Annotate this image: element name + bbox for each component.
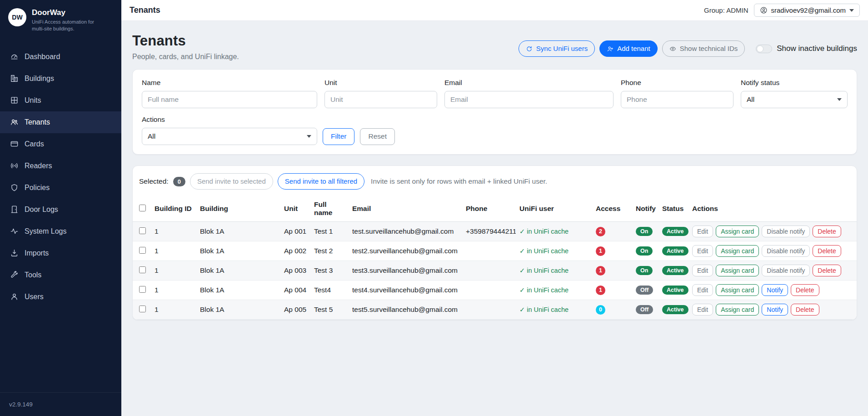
actions-select[interactable]: All: [142, 128, 317, 145]
cell-email: test5.surveillancehub@gmail.com: [349, 300, 462, 320]
check-icon: ✓: [519, 228, 525, 235]
cell-actions: EditAssign cardDisable notifyDelete: [688, 241, 857, 261]
sidebar-item-users[interactable]: Users: [0, 286, 121, 308]
send-invite-filtered-button[interactable]: Send invite to all filtered: [278, 173, 364, 190]
disable-notify-button[interactable]: Disable notify: [762, 265, 810, 276]
group-label: Group: ADMIN: [704, 6, 748, 14]
delete-button[interactable]: Delete: [813, 265, 841, 276]
column-header-unifi-user: UniFi user: [516, 196, 592, 222]
filter-button[interactable]: Filter: [323, 128, 354, 145]
person-plus-icon: [607, 45, 614, 52]
cell-building-id: 1: [151, 241, 196, 261]
edit-button[interactable]: Edit: [692, 226, 713, 237]
row-checkbox[interactable]: [139, 247, 146, 254]
sidebar-item-units[interactable]: Units: [0, 90, 121, 111]
assign-card-button[interactable]: Assign card: [716, 284, 759, 296]
sidebar-item-label: Imports: [25, 249, 49, 257]
delete-button[interactable]: Delete: [791, 284, 819, 296]
sidebar-item-label: Door Logs: [25, 205, 58, 214]
name-filter-input[interactable]: [142, 91, 317, 108]
cell-unit: Ap 003: [280, 261, 310, 281]
column-header-notify: Notify: [632, 196, 658, 222]
access-count-badge: 1: [596, 286, 605, 295]
selected-label: Selected:: [139, 177, 169, 185]
cell-building-id: 1: [151, 222, 196, 241]
sidebar-nav: DashboardBuildingsUnitsTenantsCardsReade…: [0, 41, 121, 392]
tenants-table-panel: Selected: 0 Send invite to selected Send…: [132, 165, 857, 320]
sidebar-item-buildings[interactable]: Buildings: [0, 68, 121, 90]
access-count-badge: 1: [596, 266, 605, 276]
edit-button[interactable]: Edit: [692, 284, 713, 296]
email-filter-input[interactable]: [444, 91, 614, 108]
unit-filter-input[interactable]: [324, 91, 437, 108]
sidebar-item-label: Tenants: [25, 118, 50, 126]
buildings-icon: [10, 74, 19, 83]
show-technical-ids-button[interactable]: Show technical IDs: [662, 40, 745, 57]
sidebar-item-policies[interactable]: Policies: [0, 177, 121, 199]
edit-button[interactable]: Edit: [692, 265, 713, 276]
column-header-phone: Phone: [462, 196, 516, 222]
actions-selected-value: All: [148, 132, 155, 140]
column-header-full-name: Full name: [310, 196, 349, 222]
edit-button[interactable]: Edit: [692, 245, 713, 257]
users-icon: [10, 292, 19, 301]
cell-email: test4.surveillancehub@gmail.com: [349, 281, 462, 300]
cell-building-id: 1: [151, 261, 196, 281]
sidebar-item-dashboard[interactable]: Dashboard: [0, 46, 121, 68]
cell-building: Blok 1A: [196, 241, 280, 261]
sidebar-item-readers[interactable]: Readers: [0, 155, 121, 177]
table-row: 1Blok 1AAp 002Test 2test2.surveillancehu…: [133, 241, 857, 261]
send-invite-selected-button[interactable]: Send invite to selected: [190, 173, 273, 190]
check-icon: ✓: [519, 267, 525, 274]
row-checkbox[interactable]: [139, 266, 146, 273]
cell-phone: [462, 300, 516, 320]
notify-button[interactable]: Notify: [762, 304, 788, 316]
disable-notify-button[interactable]: Disable notify: [762, 245, 810, 257]
assign-card-button[interactable]: Assign card: [716, 245, 759, 257]
notify-status-filter-field: Notify status All: [741, 79, 848, 108]
add-tenant-button[interactable]: Add tenant: [599, 40, 658, 57]
filter-row-1: Name Unit Email Phone Notify status: [142, 79, 848, 108]
disable-notify-button[interactable]: Disable notify: [762, 226, 810, 237]
select-all-checkbox[interactable]: [139, 205, 146, 211]
edit-button[interactable]: Edit: [692, 304, 713, 316]
show-inactive-buildings-toggle[interactable]: [756, 45, 772, 53]
sidebar-item-door-logs[interactable]: Door Logs: [0, 199, 121, 221]
phone-filter-input[interactable]: [621, 91, 733, 108]
reset-button[interactable]: Reset: [360, 128, 395, 145]
row-checkbox[interactable]: [139, 227, 146, 234]
sidebar-item-label: Tools: [25, 271, 41, 279]
sidebar-item-imports[interactable]: Imports: [0, 242, 121, 264]
sync-unifi-users-button[interactable]: Sync UniFi users: [519, 40, 595, 57]
phone-filter-field: Phone: [621, 79, 733, 108]
sync-unifi-users-label: Sync UniFi users: [536, 45, 588, 53]
assign-card-button[interactable]: Assign card: [716, 304, 759, 316]
delete-button[interactable]: Delete: [791, 304, 819, 316]
table-row: 1Blok 1AAp 004Test4test4.surveillancehub…: [133, 281, 857, 300]
sidebar-item-tenants[interactable]: Tenants: [0, 111, 121, 133]
sidebar-item-tools[interactable]: Tools: [0, 264, 121, 286]
filter-row-2: Actions All Filter Reset: [142, 115, 848, 145]
phone-filter-label: Phone: [621, 79, 733, 87]
unit-filter-field: Unit: [324, 79, 437, 108]
select-all-header: [133, 196, 151, 222]
cell-unit: Ap 002: [280, 241, 310, 261]
assign-card-button[interactable]: Assign card: [716, 265, 759, 276]
row-checkbox[interactable]: [139, 306, 146, 312]
notify-button[interactable]: Notify: [762, 284, 788, 296]
sidebar-item-system-logs[interactable]: System Logs: [0, 221, 121, 242]
delete-button[interactable]: Delete: [813, 245, 841, 257]
check-icon: ✓: [519, 247, 525, 255]
add-tenant-label: Add tenant: [617, 45, 650, 53]
notify-status-select[interactable]: All: [741, 91, 848, 108]
delete-button[interactable]: Delete: [813, 226, 841, 237]
sidebar-item-cards[interactable]: Cards: [0, 133, 121, 155]
assign-card-button[interactable]: Assign card: [716, 226, 759, 237]
toggle-knob: [757, 45, 763, 52]
chevron-down-icon: [849, 9, 854, 12]
column-header-status: Status: [658, 196, 688, 222]
account-menu-button[interactable]: sradivoev92@gmail.com: [754, 4, 860, 17]
sidebar-item-label: Readers: [25, 162, 52, 170]
row-checkbox[interactable]: [139, 286, 146, 293]
column-header-email: Email: [349, 196, 462, 222]
